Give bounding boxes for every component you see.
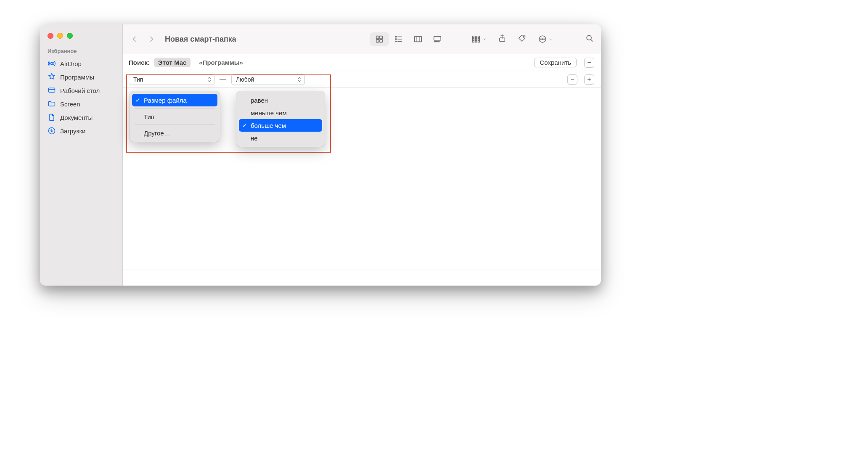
svg-rect-5 bbox=[376, 40, 379, 42]
toolbar: Новая смарт-папка bbox=[123, 24, 601, 54]
menu-item-label: Другое… bbox=[144, 130, 170, 137]
svg-point-8 bbox=[395, 39, 396, 40]
svg-rect-18 bbox=[475, 36, 477, 38]
svg-rect-22 bbox=[478, 38, 480, 40]
criteria-value-select[interactable]: Любой bbox=[231, 74, 305, 85]
svg-rect-10 bbox=[415, 37, 422, 42]
svg-rect-14 bbox=[438, 41, 439, 42]
comparator-popover: равен меньше чем больше чем не bbox=[236, 91, 325, 147]
menu-item-label: не bbox=[251, 135, 258, 142]
tags-button[interactable] bbox=[518, 34, 527, 45]
svg-rect-13 bbox=[436, 41, 437, 42]
svg-rect-15 bbox=[473, 36, 474, 38]
add-criteria-button[interactable]: + bbox=[584, 74, 594, 85]
sidebar-item-label: Рабочий стол bbox=[60, 87, 100, 94]
menu-item-type[interactable]: Тип bbox=[132, 110, 217, 123]
view-list-button[interactable] bbox=[389, 32, 408, 46]
sidebar-section-favorites: Избранное bbox=[40, 45, 122, 57]
svg-rect-1 bbox=[49, 88, 55, 92]
svg-point-27 bbox=[540, 39, 541, 40]
menu-item-label: Размер файла bbox=[144, 97, 187, 104]
view-column-button[interactable] bbox=[408, 32, 428, 46]
sidebar-item-applications[interactable]: Программы bbox=[40, 70, 122, 84]
stepper-icon bbox=[207, 76, 212, 83]
view-switcher bbox=[370, 32, 447, 46]
criteria-row: Тип — Любой − + bbox=[123, 71, 601, 88]
view-gallery-button[interactable] bbox=[428, 32, 447, 46]
menu-item-label: Тип bbox=[144, 113, 154, 120]
view-icon-button[interactable] bbox=[370, 32, 389, 46]
group-by-button[interactable] bbox=[471, 34, 487, 44]
share-button[interactable] bbox=[498, 34, 507, 45]
attribute-popover: Размер файла Тип Другое… bbox=[130, 91, 220, 142]
svg-rect-21 bbox=[478, 36, 480, 38]
svg-rect-16 bbox=[473, 38, 474, 40]
criteria-attribute-value: Тип bbox=[133, 76, 143, 83]
scope-this-mac[interactable]: Этот Mac bbox=[154, 58, 191, 67]
menu-item-not[interactable]: не bbox=[239, 132, 322, 144]
save-button[interactable]: Сохранить bbox=[534, 58, 577, 67]
sidebar-item-documents[interactable]: Документы bbox=[40, 111, 122, 124]
nav-arrows bbox=[130, 35, 156, 43]
criteria-separator: — bbox=[220, 76, 226, 83]
svg-point-0 bbox=[51, 63, 53, 65]
svg-rect-11 bbox=[434, 37, 441, 40]
menu-item-equals[interactable]: равен bbox=[239, 94, 322, 106]
svg-point-7 bbox=[395, 36, 396, 37]
folder-icon bbox=[48, 100, 56, 108]
svg-rect-4 bbox=[380, 36, 382, 39]
svg-point-9 bbox=[395, 41, 396, 42]
stepper-icon bbox=[298, 76, 302, 83]
sidebar-item-label: AirDrop bbox=[60, 60, 82, 67]
svg-rect-3 bbox=[376, 36, 379, 39]
menu-item-label: больше чем bbox=[251, 122, 286, 129]
menu-item-other[interactable]: Другое… bbox=[132, 127, 217, 139]
forward-button[interactable] bbox=[147, 35, 156, 43]
downloads-icon bbox=[48, 127, 56, 135]
criteria-attribute-select[interactable]: Тип bbox=[129, 74, 214, 85]
menu-separator bbox=[135, 108, 215, 109]
sidebar-item-downloads[interactable]: Загрузки bbox=[40, 124, 122, 138]
svg-point-29 bbox=[544, 39, 545, 40]
menu-item-greater-than[interactable]: больше чем bbox=[239, 119, 322, 132]
sidebar-item-label: Программы bbox=[60, 74, 94, 81]
sidebar-item-screen[interactable]: Screen bbox=[40, 97, 122, 111]
documents-icon bbox=[48, 113, 56, 122]
svg-rect-6 bbox=[380, 40, 382, 42]
main-area: Новая смарт-папка bbox=[123, 24, 601, 286]
actions-menu-button[interactable] bbox=[538, 34, 553, 44]
finder-window: Избранное AirDrop Программы bbox=[40, 24, 601, 286]
criteria-value: Любой bbox=[236, 76, 254, 83]
sidebar: Избранное AirDrop Программы bbox=[40, 24, 123, 286]
desktop-icon bbox=[48, 86, 56, 95]
status-bar bbox=[123, 270, 601, 286]
svg-point-28 bbox=[542, 39, 543, 40]
close-window-button[interactable] bbox=[48, 33, 53, 39]
menu-item-label: равен bbox=[251, 97, 268, 104]
svg-point-30 bbox=[587, 35, 591, 40]
sidebar-item-airdrop[interactable]: AirDrop bbox=[40, 57, 122, 70]
toolbar-actions bbox=[471, 34, 594, 45]
window-title: Новая смарт-папка bbox=[165, 35, 236, 44]
window-controls bbox=[40, 30, 122, 45]
remove-scope-button[interactable]: − bbox=[584, 58, 594, 68]
search-label: Поиск: bbox=[129, 59, 150, 66]
airdrop-icon bbox=[48, 59, 56, 68]
remove-criteria-button[interactable]: − bbox=[567, 74, 577, 85]
svg-point-25 bbox=[523, 37, 524, 37]
applications-icon bbox=[48, 73, 56, 81]
minimize-window-button[interactable] bbox=[57, 33, 63, 39]
menu-item-less-than[interactable]: меньше чем bbox=[239, 106, 322, 119]
search-scope-row: Поиск: Этот Mac «Программы» Сохранить − bbox=[123, 54, 601, 71]
sidebar-item-label: Загрузки bbox=[60, 127, 85, 135]
svg-rect-23 bbox=[478, 41, 480, 42]
zoom-window-button[interactable] bbox=[67, 33, 73, 39]
menu-item-filesize[interactable]: Размер файла bbox=[132, 94, 217, 106]
back-button[interactable] bbox=[130, 35, 139, 43]
scope-applications[interactable]: «Программы» bbox=[195, 58, 247, 67]
svg-rect-19 bbox=[475, 38, 477, 40]
sidebar-item-desktop[interactable]: Рабочий стол bbox=[40, 84, 122, 97]
search-button[interactable] bbox=[585, 34, 594, 45]
svg-rect-20 bbox=[475, 41, 477, 42]
menu-separator bbox=[135, 125, 215, 125]
